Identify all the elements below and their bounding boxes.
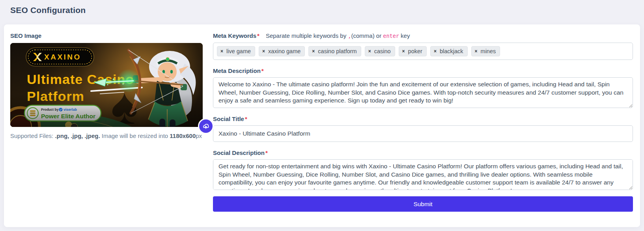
upload-image-button[interactable] [198, 118, 214, 134]
seo-image-label: SEO Image [10, 32, 41, 39]
remove-tag-icon[interactable]: × [368, 49, 371, 54]
submit-button[interactable]: Submit [213, 196, 633, 212]
keyword-tag-label: xaxino game [268, 48, 301, 54]
keyword-tag-label: casino platform [318, 48, 357, 54]
remove-tag-icon[interactable]: × [262, 49, 265, 54]
social-title-input[interactable] [213, 125, 633, 142]
cloud-upload-icon [202, 123, 210, 130]
social-description-label: Social Description* [213, 149, 268, 156]
meta-description-label: Meta Description* [213, 67, 264, 74]
social-description-textarea[interactable]: Get ready for non-stop entertainment and… [213, 159, 633, 190]
remove-tag-icon[interactable]: × [475, 49, 478, 54]
social-title-label: Social Title* [213, 116, 247, 122]
keyword-tag[interactable]: × blackjack [430, 46, 468, 56]
social-title-section: Social Title* [213, 116, 633, 142]
enter-code: enter [383, 33, 399, 39]
keyword-tag[interactable]: × casino [365, 46, 395, 56]
required-asterisk: * [257, 32, 259, 39]
required-asterisk: * [245, 116, 247, 122]
keyword-tag[interactable]: × casino platform [308, 46, 361, 56]
remove-tag-icon[interactable]: × [312, 49, 315, 54]
supported-files-text: Supported Files: .png, .jpg, .jpeg. Imag… [10, 132, 203, 139]
seo-banner-image: ♠ ♥ ♠ XAXINO [10, 43, 203, 127]
meta-keywords-hint: Separate multiple keywords by ,(comma) o… [266, 32, 410, 39]
keyword-tag[interactable]: × poker [399, 46, 427, 56]
social-description-section: Social Description* Get ready for non-st… [213, 149, 633, 190]
keyword-tag-label: poker [408, 48, 422, 54]
seo-image-preview: ♠ ♥ ♠ XAXINO [10, 43, 203, 127]
seo-form-column: Meta Keywords* Separate multiple keyword… [213, 32, 633, 221]
meta-keywords-input[interactable]: × live game × xaxino game × casino platf… [213, 43, 633, 60]
remove-tag-icon[interactable]: × [402, 49, 405, 54]
keyword-tag-label: casino [374, 48, 391, 54]
remove-tag-icon[interactable]: × [434, 49, 437, 54]
meta-keywords-header: Meta Keywords* Separate multiple keyword… [213, 32, 633, 39]
keyword-tag-label: mines [481, 48, 496, 54]
keyword-tag-label: blackjack [440, 48, 463, 54]
keyword-tag-label: live game [226, 48, 251, 54]
meta-description-textarea[interactable]: Welcome to Xaxino - The ultimate casino … [213, 77, 633, 108]
keyword-tag[interactable]: × xaxino game [259, 46, 305, 56]
remove-tag-icon[interactable]: × [220, 49, 223, 54]
seo-configuration-card: SEO Image [4, 24, 640, 227]
required-asterisk: * [265, 149, 268, 156]
keyword-tag[interactable]: × live game [217, 46, 255, 56]
seo-image-column: SEO Image [10, 32, 203, 221]
meta-keywords-label: Meta Keywords* [213, 32, 259, 39]
keyword-tag[interactable]: × mines [471, 46, 500, 56]
page-title: SEO Configuration [0, 0, 644, 15]
meta-description-section: Meta Description* Welcome to Xaxino - Th… [213, 67, 633, 108]
required-asterisk: * [261, 67, 264, 74]
